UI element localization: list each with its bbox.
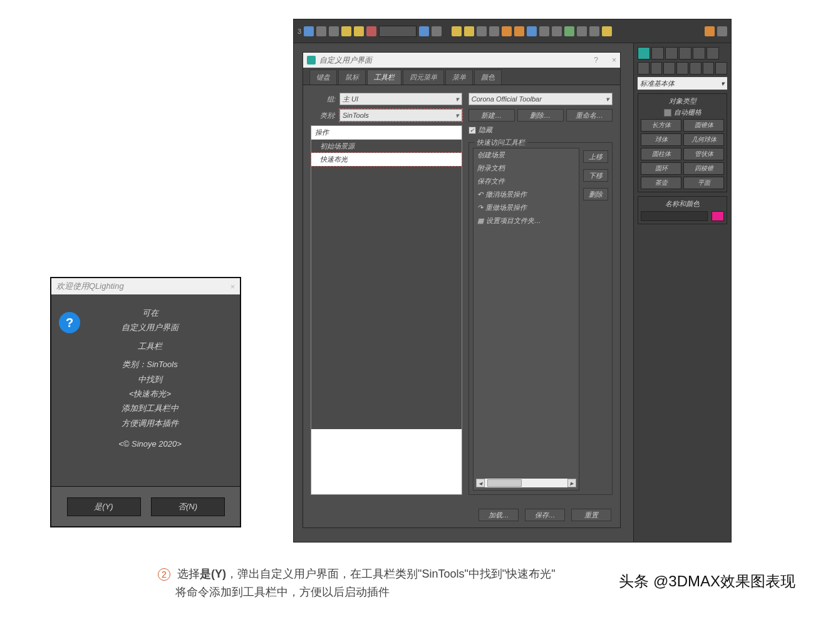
list-item[interactable]: ↶撤消场景操作 [474, 188, 579, 201]
lights-icon[interactable] [663, 62, 675, 75]
primitive-type-dropdown[interactable]: 标准基本体▾ [638, 77, 727, 90]
toolbar-icon[interactable] [552, 26, 562, 36]
primitive-button[interactable]: 圆柱体 [641, 148, 681, 160]
modify-tab-icon[interactable] [651, 47, 664, 60]
toolbar-icon[interactable] [602, 26, 612, 36]
toolbar-icon[interactable] [539, 26, 549, 36]
chevron-down-icon: ▾ [455, 95, 459, 103]
primitive-button[interactable]: 球体 [641, 133, 681, 146]
hierarchy-tab-icon[interactable] [665, 47, 678, 60]
toolbar-item-list[interactable]: 创建场景 附录文档 保存文件 ↶撤消场景操作 ↷重做场景操作 ▦设置项目文件夹…… [473, 148, 579, 491]
toolbar-icon[interactable] [329, 26, 339, 36]
name-color-rollout[interactable]: 名称和颜色 [638, 196, 727, 224]
list-item[interactable]: 保存文件 [474, 175, 579, 188]
list-item[interactable]: ↷重做场景操作 [474, 201, 579, 214]
primitive-button[interactable]: 圆锥体 [683, 119, 724, 132]
geometry-icon[interactable] [638, 62, 650, 75]
action-item-highlight[interactable]: 快速布光 [311, 153, 462, 166]
create-tab-icon[interactable] [638, 47, 650, 60]
utility-tab-icon[interactable] [707, 47, 719, 60]
toolbar-icon[interactable] [464, 26, 474, 36]
cui-titlebar[interactable]: 自定义用户界面 ? × [303, 53, 620, 68]
app-icon [307, 56, 316, 65]
primitive-button[interactable]: 圆环 [641, 162, 681, 175]
toolbar-icon[interactable] [366, 26, 376, 36]
toolbar-icon[interactable] [354, 26, 364, 36]
shapes-icon[interactable] [651, 62, 663, 75]
cameras-icon[interactable] [676, 62, 688, 75]
redo-icon: ↷ [477, 204, 483, 212]
primitive-button[interactable]: 长方体 [641, 119, 681, 132]
helpers-icon[interactable] [690, 62, 701, 75]
delete-button[interactable]: 删除… [517, 109, 564, 122]
toolbar-icon[interactable] [452, 26, 462, 36]
tab-toolbar[interactable]: 工具栏 [367, 70, 401, 85]
list-item[interactable]: ▦设置项目文件夹… [474, 214, 579, 227]
primitive-button[interactable]: 平面 [683, 177, 724, 189]
delete-item-button[interactable]: 删除 [583, 188, 608, 200]
list-item[interactable]: 附录文档 [474, 162, 579, 175]
toolbar-icon[interactable] [316, 26, 326, 36]
toolbar-icon[interactable] [564, 26, 574, 36]
no-button[interactable]: 否(N) [151, 497, 225, 516]
undo-icon: ↶ [477, 190, 483, 199]
new-button[interactable]: 新建… [468, 109, 515, 122]
primitive-button[interactable]: 管状体 [683, 148, 724, 160]
toolbar-select-dropdown[interactable]: Corona Official Toolbar▾ [468, 93, 613, 105]
toolbar-icon[interactable] [477, 26, 487, 36]
toolbar-icon[interactable] [419, 26, 429, 36]
toolbar-icon[interactable] [717, 26, 727, 36]
load-button[interactable]: 加载… [479, 509, 519, 521]
scroll-thumb[interactable] [487, 479, 522, 487]
tab-menu[interactable]: 菜单 [445, 70, 473, 85]
help-icon[interactable]: ? [594, 56, 598, 65]
toolbar-number: 3 [298, 28, 301, 35]
command-panel-tabs [638, 47, 727, 60]
tab-color[interactable]: 颜色 [474, 70, 502, 85]
toolbar-icon[interactable] [304, 26, 314, 36]
toolbar-icon[interactable] [489, 26, 499, 36]
systems-icon[interactable] [715, 62, 727, 75]
action-list[interactable]: 操作 初始场景源 快速布光 [311, 125, 462, 495]
display-tab-icon[interactable] [693, 47, 705, 60]
toolbar-icon[interactable] [514, 26, 524, 36]
close-icon[interactable]: × [612, 56, 616, 65]
command-panel: 标准基本体▾ 对象类型 自动栅格 长方体 圆锥体 球体 几何球体 圆柱体 管状体… [633, 43, 731, 542]
qlighting-titlebar[interactable]: 欢迎使用QLighting × [51, 278, 240, 294]
category-dropdown[interactable]: SinTools▾ [339, 109, 462, 122]
qlighting-dialog: 欢迎使用QLighting × ? 可在 自定义用户界面 工具栏 类别：SinT… [50, 277, 241, 527]
yes-button[interactable]: 是(Y) [67, 497, 141, 516]
toolbar-icon[interactable] [527, 26, 537, 36]
tab-quad[interactable]: 四元菜单 [403, 70, 444, 85]
object-type-rollout[interactable]: 对象类型 自动栅格 长方体 圆锥体 球体 几何球体 圆柱体 管状体 圆环 四棱锥… [638, 93, 727, 192]
primitive-button[interactable]: 四棱锥 [683, 162, 724, 175]
hide-checkbox[interactable]: ✓隐藏 [468, 125, 613, 135]
tab-keyboard[interactable]: 键盘 [309, 70, 337, 85]
color-swatch[interactable] [712, 211, 724, 221]
toolbar-icon[interactable] [341, 26, 351, 36]
save-button[interactable]: 保存… [525, 509, 565, 521]
move-down-button[interactable]: 下移 [583, 169, 608, 182]
action-item[interactable]: 初始场景源 [311, 140, 462, 153]
autogrid-checkbox[interactable]: 自动栅格 [641, 108, 724, 117]
object-name-field[interactable] [641, 211, 708, 221]
move-up-button[interactable]: 上移 [583, 150, 608, 163]
spacewarps-icon[interactable] [703, 62, 715, 75]
toolbar-icon[interactable] [589, 26, 599, 36]
primitive-button[interactable]: 几何球体 [683, 133, 724, 146]
reset-button[interactable]: 重置 [571, 509, 611, 521]
list-item[interactable]: 创建场景 [474, 148, 579, 162]
group-dropdown[interactable]: 主 UI▾ [339, 93, 462, 105]
scroll-right-arrow[interactable]: ▸ [567, 479, 576, 487]
toolbar-dropdown[interactable] [379, 26, 417, 37]
toolbar-icon[interactable] [502, 26, 512, 36]
scroll-left-arrow[interactable]: ◂ [476, 479, 485, 487]
toolbar-icon[interactable] [705, 26, 715, 36]
horizontal-scrollbar[interactable]: ◂ ▸ [476, 479, 576, 487]
motion-tab-icon[interactable] [679, 47, 691, 60]
tab-mouse[interactable]: 鼠标 [338, 70, 366, 85]
primitive-button[interactable]: 茶壶 [641, 177, 681, 189]
rename-button[interactable]: 重命名… [566, 109, 613, 122]
toolbar-icon[interactable] [577, 26, 587, 36]
toolbar-icon[interactable] [432, 26, 442, 36]
